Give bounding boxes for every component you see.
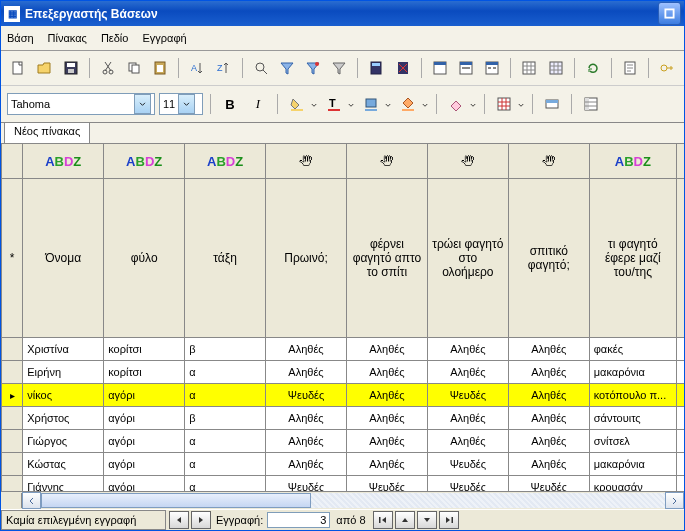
nav-prev-button[interactable] <box>169 511 189 529</box>
cell[interactable]: Αληθές <box>677 430 684 453</box>
cell[interactable]: αγόρι <box>104 384 185 407</box>
maximize-button[interactable] <box>658 2 681 25</box>
cell[interactable]: α <box>185 361 266 384</box>
col-type-1[interactable]: ABDZ <box>104 144 185 179</box>
nav-next-button[interactable] <box>191 511 211 529</box>
filter1-button[interactable] <box>276 56 298 80</box>
cell[interactable]: Αληθές <box>677 453 684 476</box>
row-header[interactable] <box>2 407 23 430</box>
cell[interactable]: Αληθές <box>677 361 684 384</box>
find-button[interactable] <box>250 56 272 80</box>
record-input[interactable] <box>267 512 330 528</box>
cell[interactable]: Αληθές <box>427 407 508 430</box>
scroll-thumb[interactable] <box>41 493 311 508</box>
grid-button[interactable] <box>518 56 540 80</box>
cell[interactable]: Αληθές <box>346 361 427 384</box>
col-type-4[interactable]: 🖑 <box>346 144 427 179</box>
italic-button[interactable]: I <box>246 92 270 116</box>
font-combo[interactable]: Tahoma <box>7 93 155 115</box>
cell[interactable]: Ψευδές <box>427 476 508 492</box>
menu-field[interactable]: Πεδίο <box>101 32 129 44</box>
col-name-4[interactable]: φέρνει φαγητό απτο το σπίτι <box>346 179 427 338</box>
cell[interactable]: μακαρόνια <box>589 361 676 384</box>
cell[interactable]: α <box>185 430 266 453</box>
key-button[interactable] <box>656 56 678 80</box>
menu-table[interactable]: Πίνακας <box>48 32 87 44</box>
cell[interactable]: Αληθές <box>508 361 589 384</box>
cell[interactable]: Γιάννης <box>23 476 104 492</box>
cell[interactable]: Αληθές <box>677 338 684 361</box>
cell[interactable]: Ψευδές <box>427 384 508 407</box>
cell[interactable]: Αληθές <box>508 430 589 453</box>
cell[interactable]: β <box>185 407 266 430</box>
cell[interactable]: νίκος <box>23 384 104 407</box>
props-button[interactable] <box>619 56 641 80</box>
cell[interactable]: αγόρι <box>104 453 185 476</box>
scroll-right-button[interactable] <box>665 492 684 509</box>
tab-newtable[interactable]: Νέος πίνακας <box>4 122 90 143</box>
col-type-5[interactable]: 🖑 <box>427 144 508 179</box>
cut-button[interactable] <box>97 56 119 80</box>
form-button[interactable] <box>429 56 451 80</box>
col-name-5[interactable]: τρώει φαγητό στο ολοήμερο <box>427 179 508 338</box>
cell[interactable]: Χριστίνα <box>23 338 104 361</box>
filter3-button[interactable] <box>328 56 350 80</box>
cell[interactable]: Ψευδές <box>346 476 427 492</box>
sort-desc-button[interactable]: Z <box>212 56 234 80</box>
cell[interactable]: Αληθές <box>508 407 589 430</box>
cell[interactable]: β <box>185 338 266 361</box>
table-row[interactable]: ΚώσταςαγόριαΑληθέςΑληθέςΨευδέςΑληθέςμακα… <box>2 453 685 476</box>
cell[interactable]: Αληθές <box>427 430 508 453</box>
cell[interactable]: Αληθές <box>508 453 589 476</box>
cell[interactable]: κρουασάν <box>589 476 676 492</box>
cell[interactable]: σάντουιτς <box>589 407 676 430</box>
bgcolor-button[interactable] <box>396 92 420 116</box>
cell[interactable]: Ψευδές <box>266 476 347 492</box>
fillcolor-button[interactable] <box>285 92 309 116</box>
cell[interactable]: Ψευδές <box>677 407 684 430</box>
tableview-button[interactable] <box>492 92 516 116</box>
row-header[interactable] <box>2 361 23 384</box>
highlight-button[interactable] <box>359 92 383 116</box>
col-name-2[interactable]: τάξη <box>185 179 266 338</box>
col-name-6[interactable]: σπιτικό φαγητό; <box>508 179 589 338</box>
h-scrollbar[interactable] <box>1 491 684 509</box>
cell[interactable]: Αληθές <box>266 453 347 476</box>
nav-last-button[interactable] <box>439 511 459 529</box>
bold-button[interactable]: B <box>218 92 242 116</box>
nav-first-button[interactable] <box>373 511 393 529</box>
filter2-button[interactable] <box>302 56 324 80</box>
cellprops-button[interactable] <box>540 92 564 116</box>
dropdown-icon[interactable] <box>134 94 151 114</box>
save-button[interactable] <box>59 56 81 80</box>
form2-button[interactable] <box>455 56 477 80</box>
cell[interactable]: Γιώργος <box>23 430 104 453</box>
refresh-button[interactable] <box>582 56 604 80</box>
cell[interactable]: α <box>185 384 266 407</box>
copy-button[interactable] <box>123 56 145 80</box>
cell[interactable]: α <box>185 453 266 476</box>
table-row[interactable]: ΓιάννηςαγόριαΨευδέςΨευδέςΨευδέςΨευδέςκρο… <box>2 476 685 492</box>
cell[interactable]: Αληθές <box>346 430 427 453</box>
textcolor-button[interactable]: T <box>322 92 346 116</box>
dropdown-icon[interactable] <box>178 94 195 114</box>
form3-button[interactable] <box>481 56 503 80</box>
eraser-button[interactable] <box>444 92 468 116</box>
cell[interactable]: Αληθές <box>427 338 508 361</box>
cell[interactable]: Αληθές <box>266 338 347 361</box>
tableview-dropdown[interactable] <box>518 98 525 110</box>
col-type-0[interactable]: ABDZ <box>23 144 104 179</box>
cell[interactable]: Ψευδές <box>266 384 347 407</box>
cell[interactable]: Κώστας <box>23 453 104 476</box>
sort-asc-button[interactable]: A <box>186 56 208 80</box>
col-name-1[interactable]: φύλο <box>104 179 185 338</box>
cell[interactable]: αγόρι <box>104 430 185 453</box>
cell[interactable]: μακαρόνια <box>589 453 676 476</box>
open-button[interactable] <box>33 56 55 80</box>
scroll-left-button[interactable] <box>22 492 41 509</box>
nav-down-button[interactable] <box>417 511 437 529</box>
col-type-6[interactable]: 🖑 <box>508 144 589 179</box>
cell[interactable]: Αληθές <box>427 361 508 384</box>
cell[interactable]: Αληθές <box>266 361 347 384</box>
cell[interactable]: Αληθές <box>266 407 347 430</box>
